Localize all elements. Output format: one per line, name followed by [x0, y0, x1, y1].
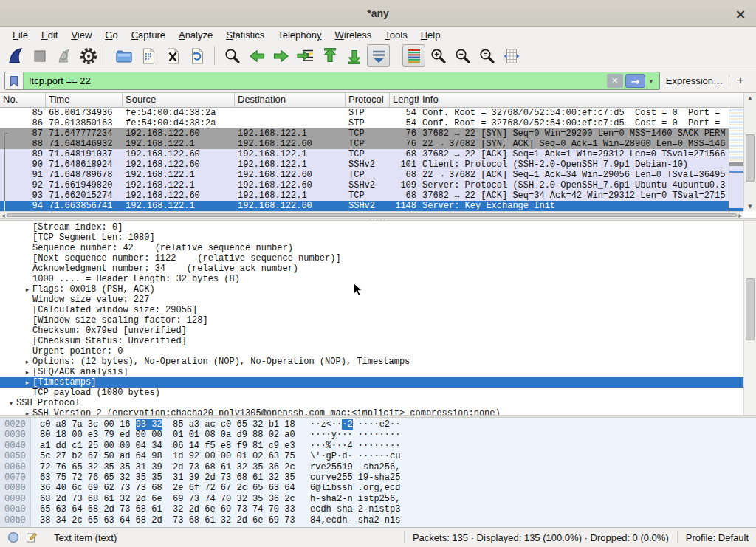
- packet-row-87[interactable]: 8771.647777234192.168.122.60192.168.122.…: [0, 128, 729, 139]
- packet-row-91[interactable]: 9171.648789678192.168.122.1192.168.122.6…: [0, 170, 729, 180]
- hex-ascii[interactable]: \'·gP·d· ······cu: [310, 451, 400, 461]
- filter-value[interactable]: !tcp.port == 22: [24, 75, 607, 86]
- detail-line[interactable]: Window size value: 227: [0, 295, 743, 305]
- detail-line[interactable]: ▸Options: (12 bytes), No-Operation (NOP)…: [0, 357, 743, 367]
- hex-ascii[interactable]: ···%···4 ········: [310, 441, 400, 451]
- reload-file-button[interactable]: [185, 44, 208, 67]
- auto-scroll-toggle[interactable]: [367, 44, 390, 67]
- packet-list-vscrollbar[interactable]: ▲ ▼: [743, 93, 756, 211]
- detail-line[interactable]: ▾SSH Protocol: [0, 398, 743, 408]
- filter-bookmark-icon[interactable]: [5, 72, 24, 89]
- hex-bytes[interactable]: 38 34 2c 65 63 64 68 2d 73 68 61 32 2d 6…: [40, 515, 303, 526]
- hex-bytes[interactable]: 68 2d 73 68 61 32 2d 6e 69 73 74 70 32 3…: [40, 494, 303, 504]
- capture-options-button[interactable]: [77, 44, 100, 67]
- detail-line[interactable]: TCP payload (1080 bytes): [0, 388, 743, 398]
- display-filter-input[interactable]: !tcp.port == 22 ✕ → ▾: [4, 72, 660, 90]
- menu-analyze[interactable]: Analyze: [172, 28, 219, 42]
- hex-row-0070[interactable]: 007063 75 72 76 65 32 35 35 31 39 2d 73 …: [0, 472, 756, 483]
- packet-row-85[interactable]: 8568.001734936fe:54:00:d4:38:2aSTP54Conf…: [0, 108, 729, 118]
- hex-ascii[interactable]: ··z<···2 ····e2··: [310, 419, 400, 430]
- packet-row-89[interactable]: 8971.648191037192.168.122.60192.168.122.…: [0, 149, 729, 159]
- details-scroll-thumb[interactable]: [746, 278, 755, 340]
- open-file-button[interactable]: [112, 44, 135, 67]
- packet-row-88[interactable]: 8871.648146932192.168.122.1192.168.122.6…: [0, 139, 729, 149]
- detail-line[interactable]: Urgent pointer: 0: [0, 346, 743, 357]
- hex-row-0020[interactable]: 0020c0 a8 7a 3c 00 16 93 32 85 a3 ac c0 …: [0, 419, 756, 430]
- go-first-packet-button[interactable]: [318, 44, 341, 67]
- packet-list-minimap[interactable]: [729, 108, 743, 211]
- add-filter-button[interactable]: +: [735, 73, 750, 89]
- column-header-length[interactable]: Length: [390, 93, 419, 107]
- menu-wireless[interactable]: Wireless: [329, 28, 379, 42]
- column-header-time[interactable]: Time: [46, 93, 123, 107]
- detail-line[interactable]: [Stream index: 0]: [0, 222, 743, 233]
- column-header-destination[interactable]: Destination: [235, 93, 346, 107]
- go-back-button[interactable]: [245, 44, 268, 67]
- vscroll-thumb[interactable]: [746, 134, 755, 182]
- menu-edit[interactable]: Edit: [35, 28, 64, 42]
- packet-row-86[interactable]: 8670.013850163fe:54:00:d4:38:2aSTP54Conf…: [0, 118, 729, 128]
- detail-line[interactable]: [Next sequence number: 1122 (relative se…: [0, 253, 743, 264]
- menu-file[interactable]: File: [6, 28, 35, 42]
- hex-ascii[interactable]: rve25519 -sha256,: [310, 462, 400, 472]
- hex-ascii[interactable]: curve255 19-sha25: [310, 472, 400, 483]
- detail-line[interactable]: Sequence number: 42 (relative sequence n…: [0, 243, 743, 253]
- detail-line[interactable]: [Checksum Status: Unverified]: [0, 336, 743, 346]
- zoom-reset-button[interactable]: [475, 44, 498, 67]
- menu-capture[interactable]: Capture: [125, 28, 172, 42]
- packet-row-92[interactable]: 9271.661949820192.168.122.1192.168.122.6…: [0, 180, 729, 190]
- menu-tools[interactable]: Tools: [378, 28, 413, 42]
- detail-line[interactable]: ▸[Timestamps]: [0, 377, 743, 388]
- hex-row-00a0[interactable]: 00a065 63 64 68 2d 73 68 61 32 2d 6e 69 …: [0, 504, 756, 515]
- hex-ascii[interactable]: h-sha2-n istp256,: [310, 494, 400, 504]
- detail-line[interactable]: 1000 .... = Header Length: 32 bytes (8): [0, 274, 743, 284]
- hex-row-0080[interactable]: 008036 40 6c 69 62 73 73 68 2e 6f 72 67 …: [0, 483, 756, 493]
- details-vscrollbar[interactable]: [743, 221, 756, 415]
- zoom-out-button[interactable]: [451, 44, 474, 67]
- column-header-source[interactable]: Source: [123, 93, 235, 107]
- menu-view[interactable]: View: [64, 28, 98, 42]
- filter-dropdown-icon[interactable]: ▾: [645, 78, 657, 85]
- stop-capture-button[interactable]: [28, 44, 51, 67]
- hex-row-0090[interactable]: 009068 2d 73 68 61 32 2d 6e 69 73 74 70 …: [0, 494, 756, 504]
- detail-line[interactable]: [Calculated window size: 29056]: [0, 305, 743, 315]
- hex-ascii[interactable]: ····y··· ········: [310, 430, 400, 440]
- detail-line[interactable]: Acknowledgment number: 34 (relative ack …: [0, 264, 743, 274]
- detail-line[interactable]: [TCP Segment Len: 1080]: [0, 233, 743, 243]
- go-last-packet-button[interactable]: [343, 44, 365, 67]
- hex-bytes[interactable]: c0 a8 7a 3c 00 16 93 32 85 a3 ac c0 65 3…: [40, 419, 303, 430]
- menu-telephony[interactable]: Telephony: [271, 28, 328, 42]
- detail-line[interactable]: Checksum: 0x79ed [unverified]: [0, 326, 743, 336]
- column-header-protocol[interactable]: Protocol: [346, 93, 390, 107]
- hex-bytes[interactable]: 36 40 6c 69 62 73 73 68 2e 6f 72 67 2c 6…: [40, 483, 303, 493]
- hex-row-0060[interactable]: 006072 76 65 32 35 35 31 39 2d 73 68 61 …: [0, 462, 756, 472]
- resize-columns-button[interactable]: [500, 44, 523, 67]
- save-file-button[interactable]: [137, 44, 159, 67]
- hex-ascii[interactable]: 84,ecdh- sha2-nis: [310, 515, 400, 526]
- colorize-toggle[interactable]: [402, 44, 425, 67]
- hex-bytes[interactable]: 65 63 64 68 2d 73 68 61 32 2d 6e 69 73 7…: [40, 504, 303, 515]
- detail-line[interactable]: ▸Flags: 0x018 (PSH, ACK): [0, 284, 743, 295]
- close-file-button[interactable]: [161, 44, 184, 67]
- hex-row-0030[interactable]: 003080 18 00 e3 79 ed 00 00 01 01 08 0a …: [0, 430, 756, 440]
- hex-bytes[interactable]: 72 76 65 32 35 35 31 39 2d 73 68 61 32 3…: [40, 462, 303, 472]
- capture-comment-icon[interactable]: [26, 531, 38, 543]
- go-forward-button[interactable]: [269, 44, 292, 67]
- detail-line[interactable]: ▸[SEQ/ACK analysis]: [0, 367, 743, 377]
- detail-line[interactable]: [Window size scaling factor: 128]: [0, 315, 743, 326]
- scroll-right-icon[interactable]: ▶: [738, 213, 742, 218]
- find-packet-button[interactable]: [221, 44, 244, 67]
- hex-bytes[interactable]: 80 18 00 e3 79 ed 00 00 01 01 08 0a d9 8…: [40, 430, 303, 440]
- packet-row-90[interactable]: 9071.648618924192.168.122.60192.168.122.…: [0, 159, 729, 170]
- hex-bytes[interactable]: 5c 27 b2 67 50 ad 64 98 1d 92 00 00 01 0…: [40, 451, 303, 461]
- column-header-no[interactable]: No.: [0, 93, 46, 107]
- menu-help[interactable]: Help: [414, 28, 447, 42]
- packet-row-94[interactable]: 9471.663856741192.168.122.1192.168.122.6…: [0, 201, 729, 211]
- hex-bytes[interactable]: 63 75 72 76 65 32 35 35 31 39 2d 73 68 6…: [40, 472, 303, 483]
- scroll-left-icon[interactable]: ◀: [1, 213, 5, 218]
- hex-row-0040[interactable]: 0040a1 dd c1 25 00 00 04 34 06 14 f5 e8 …: [0, 441, 756, 451]
- expert-info-icon[interactable]: [7, 531, 19, 543]
- hex-row-0050[interactable]: 00505c 27 b2 67 50 ad 64 98 1d 92 00 00 …: [0, 451, 756, 461]
- scroll-down-icon[interactable]: ▼: [744, 202, 756, 211]
- filter-clear-icon[interactable]: ✕: [607, 74, 623, 88]
